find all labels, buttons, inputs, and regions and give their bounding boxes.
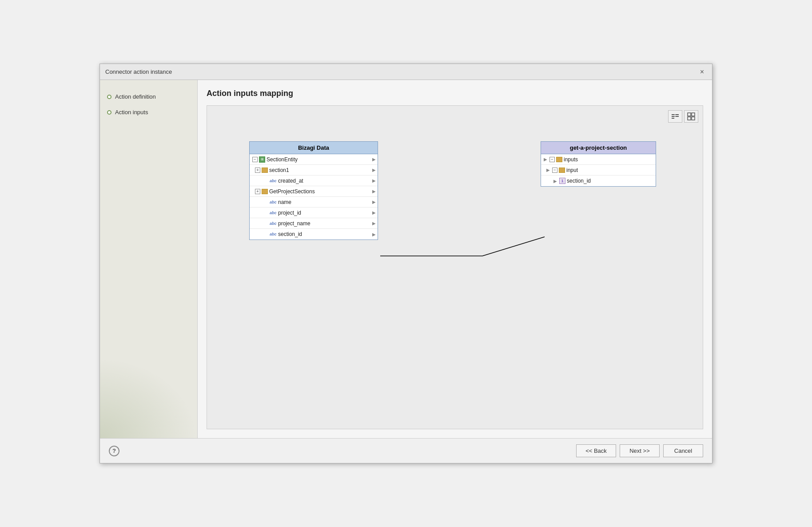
svg-rect-10 — [692, 113, 695, 116]
arrow-icon: ▶ — [544, 157, 547, 162]
row-arrow: ▶ — [372, 232, 376, 237]
grid-icon — [687, 112, 695, 120]
table-row: + section1 ▶ — [250, 165, 378, 176]
table-row: abc project_name ▶ — [250, 218, 378, 229]
table-row: + GetProjectSections ▶ — [250, 186, 378, 197]
abc-icon: abc — [270, 211, 277, 215]
close-button[interactable]: × — [697, 68, 707, 76]
toolbar-icons — [668, 110, 698, 123]
dialog-footer: ? << Back Next >> Cancel — [100, 438, 712, 463]
collapse-icon[interactable]: − — [252, 157, 258, 162]
sidebar-item-action-definition[interactable]: Action definition — [100, 89, 197, 104]
left-table-bizagi: Bizagi Data − ⊞ SectionEntity ▶ + — [249, 141, 378, 240]
row-label: project_id — [278, 210, 301, 216]
table-row: abc created_at ▶ — [250, 176, 378, 186]
arrow-icon: ▶ — [553, 179, 557, 184]
svg-rect-11 — [688, 117, 691, 120]
row-arrow: ▶ — [372, 157, 376, 162]
mapping-icon — [671, 112, 679, 120]
next-button[interactable]: Next >> — [620, 444, 660, 457]
bullet-icon — [107, 95, 111, 99]
connector-action-dialog: Connector action instance × Action defin… — [100, 64, 712, 463]
row-label: section1 — [269, 167, 289, 173]
collapse-icon[interactable]: − — [552, 168, 557, 173]
row-arrow: ▶ — [372, 221, 376, 226]
table-row: ▶ 1 section_id — [541, 176, 656, 186]
row-label: input — [566, 167, 578, 173]
table-row: abc name ▶ — [250, 197, 378, 208]
mapping-view-btn[interactable] — [668, 110, 682, 123]
svg-rect-2 — [672, 118, 674, 119]
svg-line-14 — [482, 237, 545, 256]
folder-icon — [559, 168, 565, 173]
table-row: − ⊞ SectionEntity ▶ — [250, 154, 378, 165]
folder-icon — [556, 157, 562, 162]
svg-rect-9 — [688, 113, 691, 116]
page-title: Action inputs mapping — [207, 89, 703, 98]
sidebar-item-action-inputs[interactable]: Action inputs — [100, 104, 197, 120]
entity-icon: ⊞ — [259, 156, 265, 163]
collapse-icon[interactable]: + — [255, 189, 260, 194]
right-table-header: get-a-project-section — [541, 142, 656, 154]
dialog-body: Action definition Action inputs Action i… — [100, 80, 712, 438]
table-row: ▶ − inputs — [541, 154, 656, 165]
table-row: abc project_id ▶ — [250, 208, 378, 218]
svg-rect-0 — [672, 114, 674, 115]
table-row: ▶ − input — [541, 165, 656, 176]
row-label: name — [278, 199, 291, 205]
dialog-title: Connector action instance — [105, 68, 172, 75]
table-row: abc section_id ▶ — [250, 229, 378, 240]
abc-icon: abc — [270, 232, 277, 236]
left-table-header: Bizagi Data — [250, 142, 378, 154]
sidebar-label-action-inputs: Action inputs — [115, 109, 148, 116]
bullet-icon-2 — [107, 110, 111, 115]
row-label: section_id — [278, 231, 302, 237]
row-label: SectionEntity — [267, 156, 298, 163]
row-arrow: ▶ — [372, 200, 376, 204]
main-content: Action inputs mapping — [198, 80, 712, 438]
row-label: project_name — [278, 220, 310, 227]
folder-icon — [262, 189, 268, 194]
row-label: inputs — [564, 156, 578, 163]
abc-icon: abc — [270, 200, 277, 204]
right-table: get-a-project-section ▶ − inputs — [541, 141, 656, 187]
grid-view-btn[interactable] — [684, 110, 698, 123]
dialog-titlebar: Connector action instance × — [100, 64, 712, 80]
abc-icon: abc — [270, 221, 277, 226]
svg-rect-12 — [692, 117, 695, 120]
footer-right: << Back Next >> Cancel — [576, 444, 703, 457]
row-label: section_id — [567, 178, 591, 184]
row-arrow: ▶ — [372, 189, 376, 194]
row-arrow: ▶ — [372, 178, 376, 183]
row-label: GetProjectSections — [269, 188, 315, 195]
sidebar-label-action-definition: Action definition — [115, 93, 156, 100]
number-icon: 1 — [559, 178, 565, 184]
mapping-area: Bizagi Data − ⊞ SectionEntity ▶ + — [207, 105, 703, 429]
collapse-icon[interactable]: + — [255, 168, 260, 173]
row-arrow: ▶ — [372, 210, 376, 215]
row-arrow: ▶ — [372, 168, 376, 172]
sidebar: Action definition Action inputs — [100, 80, 198, 438]
cancel-button[interactable]: Cancel — [663, 444, 703, 457]
footer-left: ? — [109, 446, 119, 456]
svg-rect-1 — [672, 116, 674, 117]
abc-icon: abc — [270, 179, 277, 183]
back-button[interactable]: << Back — [576, 444, 616, 457]
folder-icon — [262, 168, 268, 173]
help-button[interactable]: ? — [109, 446, 119, 456]
collapse-icon[interactable]: − — [549, 157, 555, 162]
row-label: created_at — [278, 178, 303, 184]
arrow-icon: ▶ — [546, 168, 550, 172]
